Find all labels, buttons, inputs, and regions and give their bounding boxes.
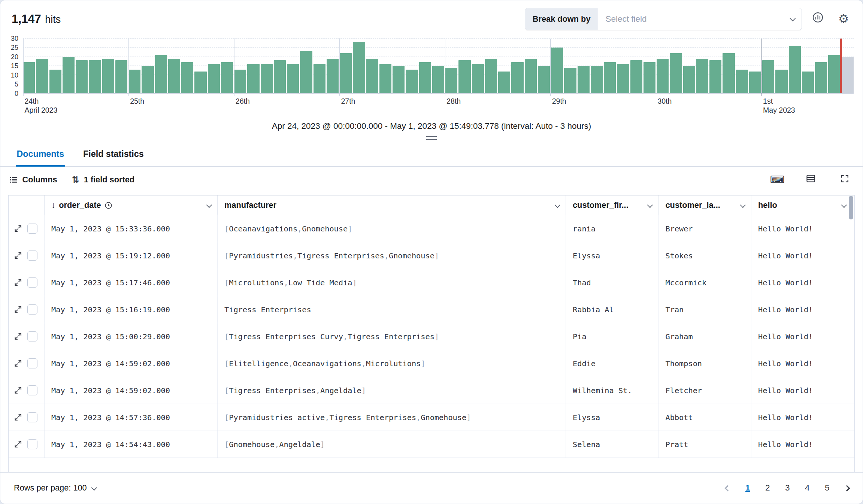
columns-button[interactable]: Columns: [9, 175, 57, 185]
histogram-bar[interactable]: [142, 66, 154, 93]
histogram-bar[interactable]: [419, 62, 431, 93]
histogram-bar[interactable]: [472, 64, 484, 93]
expand-row-icon[interactable]: [14, 332, 22, 341]
chart-options-button[interactable]: ⚙: [833, 9, 854, 29]
histogram-bar[interactable]: [89, 60, 101, 93]
chevron-down-icon[interactable]: [740, 202, 745, 208]
histogram-bar[interactable]: [617, 64, 629, 93]
column-header-customer_fir[interactable]: customer_fir...: [566, 195, 659, 215]
histogram-bar[interactable]: [366, 59, 378, 93]
expand-row-icon[interactable]: [14, 440, 22, 449]
expand-row-icon[interactable]: [14, 305, 22, 314]
chevron-down-icon[interactable]: [206, 202, 212, 208]
rows-per-page-button[interactable]: Rows per page: 100: [14, 483, 96, 493]
histogram-bar[interactable]: [340, 53, 352, 93]
histogram-bar[interactable]: [208, 64, 220, 93]
next-page-button[interactable]: [845, 483, 849, 493]
column-header-order_date[interactable]: ↓order_date: [45, 195, 218, 215]
histogram-bar[interactable]: [379, 64, 391, 93]
page-3[interactable]: 3: [785, 483, 790, 493]
breakdown-select[interactable]: Select field: [598, 8, 802, 30]
page-2[interactable]: 2: [765, 483, 770, 493]
histogram-bar[interactable]: [327, 59, 339, 93]
expand-row-icon[interactable]: [14, 278, 22, 287]
histogram-bar[interactable]: [485, 59, 497, 93]
row-checkbox[interactable]: [27, 251, 37, 261]
expand-row-icon[interactable]: [14, 359, 22, 368]
histogram-bar[interactable]: [76, 60, 88, 93]
histogram-bar[interactable]: [551, 48, 563, 93]
histogram-bar[interactable]: [709, 60, 721, 93]
keyboard-shortcuts-button[interactable]: ⌨: [768, 171, 786, 189]
histogram-bar[interactable]: [221, 62, 233, 93]
histogram-bar[interactable]: [630, 60, 642, 93]
display-options-button[interactable]: [802, 171, 820, 189]
row-checkbox[interactable]: [27, 358, 37, 368]
histogram-bar[interactable]: [261, 64, 273, 93]
histogram-bar[interactable]: [749, 72, 761, 93]
row-checkbox[interactable]: [27, 304, 37, 315]
histogram-bar[interactable]: [842, 57, 854, 93]
grid-scrollbar-thumb[interactable]: [849, 196, 853, 219]
histogram-bar[interactable]: [181, 62, 193, 93]
histogram-bar[interactable]: [802, 72, 814, 93]
histogram-bar[interactable]: [102, 59, 114, 93]
expand-row-icon[interactable]: [14, 251, 22, 260]
histogram-bar[interactable]: [736, 70, 748, 93]
histogram-bar[interactable]: [287, 64, 299, 93]
histogram-bar[interactable]: [538, 66, 550, 93]
histogram-bar[interactable]: [498, 72, 510, 93]
panel-resize-handle[interactable]: [0, 131, 863, 142]
histogram-bar[interactable]: [406, 70, 418, 93]
row-checkbox[interactable]: [27, 412, 37, 422]
histogram-bar[interactable]: [36, 59, 48, 93]
histogram-bar[interactable]: [128, 70, 140, 93]
row-checkbox[interactable]: [27, 439, 37, 449]
histogram-bar[interactable]: [525, 59, 537, 93]
histogram-bar[interactable]: [828, 55, 840, 93]
chevron-down-icon[interactable]: [841, 202, 847, 208]
histogram-bar[interactable]: [775, 70, 787, 93]
histogram-bar[interactable]: [49, 70, 61, 93]
histogram-bar[interactable]: [445, 68, 457, 93]
chevron-down-icon[interactable]: [647, 202, 653, 208]
histogram-bar[interactable]: [168, 59, 180, 93]
histogram-bar[interactable]: [314, 64, 325, 93]
expand-row-icon[interactable]: [14, 386, 22, 395]
histogram-bar[interactable]: [644, 62, 655, 93]
histogram-bar[interactable]: [762, 60, 774, 93]
chevron-down-icon[interactable]: [554, 202, 560, 208]
column-header-hello[interactable]: hello: [751, 195, 854, 215]
histogram-bar[interactable]: [578, 66, 590, 93]
sort-fields-button[interactable]: ⇅ 1 field sorted: [72, 174, 134, 185]
histogram-bar[interactable]: [115, 60, 127, 93]
previous-page-button[interactable]: [726, 483, 730, 493]
histogram-bar[interactable]: [815, 62, 827, 93]
page-4[interactable]: 4: [805, 483, 810, 493]
histogram-bar[interactable]: [511, 62, 523, 93]
histogram-bar[interactable]: [63, 57, 75, 93]
expand-row-icon[interactable]: [14, 413, 22, 422]
histogram-bar[interactable]: [683, 66, 695, 93]
histogram-bar[interactable]: [300, 51, 312, 93]
column-header-manufacturer[interactable]: manufacturer: [218, 195, 566, 215]
row-checkbox[interactable]: [27, 224, 37, 234]
histogram-bar[interactable]: [194, 72, 206, 93]
edit-visualization-button[interactable]: [808, 9, 828, 29]
histogram-bar[interactable]: [432, 66, 444, 93]
expand-row-icon[interactable]: [14, 224, 22, 233]
histogram-bar[interactable]: [247, 64, 259, 93]
histogram-bar[interactable]: [393, 66, 405, 93]
row-checkbox[interactable]: [27, 277, 37, 288]
histogram-bar[interactable]: [274, 60, 286, 93]
histogram-bar[interactable]: [604, 62, 616, 93]
histogram-bar[interactable]: [723, 53, 735, 93]
histogram-bar[interactable]: [353, 42, 365, 93]
histogram-bar[interactable]: [657, 59, 669, 93]
histogram-bar[interactable]: [234, 70, 246, 93]
row-checkbox[interactable]: [27, 331, 37, 341]
histogram-bar[interactable]: [696, 59, 708, 93]
histogram-bar[interactable]: [155, 55, 167, 93]
row-checkbox[interactable]: [27, 385, 37, 395]
histogram-bar[interactable]: [789, 46, 801, 93]
